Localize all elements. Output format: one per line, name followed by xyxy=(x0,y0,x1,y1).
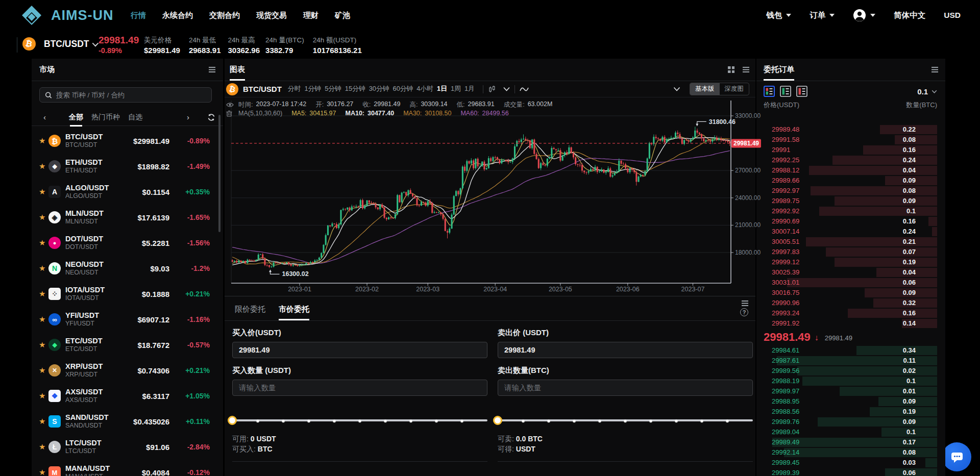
wallet-menu[interactable]: 钱包 xyxy=(766,10,791,21)
timeframe-30分钟[interactable]: 30分钟 xyxy=(369,85,389,93)
timeframe-5分钟[interactable]: 5分钟 xyxy=(325,85,341,93)
brand-logo[interactable]: AIMS-UN xyxy=(20,4,114,27)
coin-row-XRP/USDT[interactable]: ★✕XRP/USDTXRP/USDT$0.74306+0.21% xyxy=(32,358,223,383)
nav-item-理财[interactable]: 理财 xyxy=(303,11,318,20)
book-mode-bids-icon[interactable] xyxy=(780,86,791,97)
orders-menu[interactable]: 订单 xyxy=(810,10,835,21)
nav-item-永续合约[interactable]: 永续合约 xyxy=(162,11,193,20)
favorite-star-icon[interactable]: ★ xyxy=(39,391,48,400)
favorite-star-icon[interactable]: ★ xyxy=(39,468,48,476)
trade-menu-icon[interactable] xyxy=(742,300,748,306)
ask-row[interactable]: 29988.120.04 xyxy=(756,165,945,176)
buy-amount-input[interactable] xyxy=(232,380,487,396)
book-mode-asks-icon[interactable] xyxy=(796,86,807,97)
chart-menu-icon[interactable] xyxy=(743,67,749,72)
line-chart-icon[interactable] xyxy=(520,86,529,92)
orderbook-menu-icon[interactable] xyxy=(932,67,938,72)
nav-item-行情[interactable]: 行情 xyxy=(131,11,146,20)
favorite-star-icon[interactable]: ★ xyxy=(39,340,48,349)
order-tab-市价委托[interactable]: 市价委托 xyxy=(279,305,309,320)
order-tab-限价委托[interactable]: 限价委托 xyxy=(235,305,265,320)
tabs-scroll-left-icon[interactable]: ‹ xyxy=(43,113,55,121)
ask-row[interactable]: 299910.16 xyxy=(756,145,945,155)
ask-row[interactable]: 29992.970.08 xyxy=(756,186,945,196)
favorite-star-icon[interactable]: ★ xyxy=(39,162,48,171)
eye-icon[interactable] xyxy=(226,102,236,108)
nav-item-交割合约[interactable]: 交割合约 xyxy=(209,11,240,20)
indicator-dropdown-icon[interactable] xyxy=(503,87,510,91)
ask-row[interactable]: 29999.120.19 xyxy=(756,257,945,267)
tab-chart[interactable]: 图表 xyxy=(230,59,245,81)
timeframe-1周[interactable]: 1周 xyxy=(451,85,461,93)
coin-row-MLN/USDT[interactable]: ★◈MLN/USDTMLN/USDT$17.6139-1.65% xyxy=(32,205,223,230)
bid-row[interactable]: 29989.760.09 xyxy=(756,417,945,427)
currency-selector[interactable]: USD xyxy=(944,11,961,20)
bid-row[interactable]: 29989.450.03 xyxy=(756,458,945,468)
timeframe-15分钟[interactable]: 15分钟 xyxy=(345,85,365,93)
trash-icon[interactable] xyxy=(226,110,236,117)
coin-row-IOTA/USDT[interactable]: ★⁘IOTA/USDTIOTA/USDT$0.1888+0.21% xyxy=(32,281,223,307)
ask-row[interactable]: 29992.920.1 xyxy=(756,206,945,216)
coin-row-SAND/USDT[interactable]: ★SSAND/USDTSAND/USDT$0.435026+0.11% xyxy=(32,409,223,434)
bid-row[interactable]: 29989.390.06 xyxy=(756,468,945,476)
favorite-star-icon[interactable]: ★ xyxy=(39,264,48,273)
ask-row[interactable]: 29989.660.09 xyxy=(756,176,945,186)
ask-row[interactable]: 30031.010.06 xyxy=(756,278,945,288)
ask-row[interactable]: 30016.750.09 xyxy=(756,288,945,298)
favorite-star-icon[interactable]: ★ xyxy=(39,238,48,247)
bid-row[interactable]: 29989.040.1 xyxy=(756,427,945,437)
coin-row-NEO/USDT[interactable]: ★NNEO/USDTNEO/USDT$9.03-1.2% xyxy=(32,256,223,281)
market-menu-icon[interactable] xyxy=(209,67,215,72)
bid-row[interactable]: 29988.560.19 xyxy=(756,407,945,417)
view-depth-button[interactable]: 深度图 xyxy=(720,83,749,95)
coin-row-LTC/USDT[interactable]: ★ŁLTC/USDTLTC/USDT$91.06-2.84% xyxy=(32,434,223,460)
bid-row[interactable]: 29992.140.08 xyxy=(756,447,945,458)
favorite-star-icon[interactable]: ★ xyxy=(39,417,48,426)
ask-row[interactable]: 29990.960.32 xyxy=(756,298,945,308)
favorite-star-icon[interactable]: ★ xyxy=(39,366,48,375)
ask-row[interactable]: 29991.580.08 xyxy=(756,135,945,145)
coin-row-ETH/USDT[interactable]: ★◆ETH/USDTETH/USDT$1898.82-1.49% xyxy=(32,154,223,179)
favorite-star-icon[interactable]: ★ xyxy=(39,136,48,145)
ask-row[interactable]: 29993.240.16 xyxy=(756,308,945,318)
help-icon[interactable]: ? xyxy=(740,308,748,316)
sell-price-input[interactable] xyxy=(498,342,753,358)
favorite-star-icon[interactable]: ★ xyxy=(39,289,48,298)
coin-row-ETC/USDT[interactable]: ★◆ETC/USDTETC/USDT$18.7672-0.57% xyxy=(32,332,223,358)
view-basic-button[interactable]: 基本版 xyxy=(690,83,720,95)
market-tab-全部[interactable]: 全部 xyxy=(69,109,83,126)
language-selector[interactable]: 简体中文 xyxy=(894,10,925,21)
tabs-scroll-right-icon[interactable]: › xyxy=(187,113,198,121)
timeframe-60分钟[interactable]: 60分钟 xyxy=(393,85,413,93)
precision-selector[interactable]: 0.1 xyxy=(917,87,937,96)
timeframe-1月[interactable]: 1月 xyxy=(464,85,475,93)
nav-item-矿池[interactable]: 矿池 xyxy=(335,11,350,20)
chart-canvas[interactable]: 33000.0027000.0024000.0021000.0018000.00… xyxy=(225,97,755,296)
pair-selector[interactable]: ₿ BTC/USDT xyxy=(22,37,97,51)
ask-row[interactable]: 29991.920.14 xyxy=(756,318,945,329)
ask-row[interactable]: 29990.690.16 xyxy=(756,216,945,227)
favorite-star-icon[interactable]: ★ xyxy=(39,213,48,222)
ask-row[interactable]: 29989.750.09 xyxy=(756,196,945,206)
bid-row[interactable]: 29989.560.02 xyxy=(756,366,945,376)
layout-grid-icon[interactable] xyxy=(728,66,734,73)
bid-row[interactable]: 29987.610.11 xyxy=(756,356,945,366)
ask-row[interactable]: 29989.480.22 xyxy=(756,124,945,135)
market-tab-自选[interactable]: 自选 xyxy=(128,109,142,126)
favorite-star-icon[interactable]: ★ xyxy=(39,187,48,196)
slider-knob[interactable] xyxy=(228,416,237,425)
nav-item-现货交易[interactable]: 现货交易 xyxy=(256,11,287,20)
bid-row[interactable]: 29988.190.1 xyxy=(756,376,945,386)
search-input[interactable] xyxy=(56,91,206,99)
bid-row[interactable]: 29989.490.17 xyxy=(756,437,945,447)
timeframe-1分钟[interactable]: 1分钟 xyxy=(304,85,321,93)
scrollbar[interactable] xyxy=(218,115,220,232)
ask-row[interactable]: 30007.140.24 xyxy=(756,227,945,237)
timeframe-4小时[interactable]: 4小时 xyxy=(416,85,433,93)
timeframe-1日[interactable]: 1日 xyxy=(437,85,447,93)
bid-row[interactable]: 29988.950.09 xyxy=(756,396,945,407)
candlestick-chart[interactable]: 时间:2023-07-18 17:42开:30176.27收:29981.49高… xyxy=(225,97,755,296)
account-menu[interactable] xyxy=(853,9,875,22)
timeframe-分时[interactable]: 分时 xyxy=(288,85,301,93)
ask-row[interactable]: 29997.830.07 xyxy=(756,247,945,257)
